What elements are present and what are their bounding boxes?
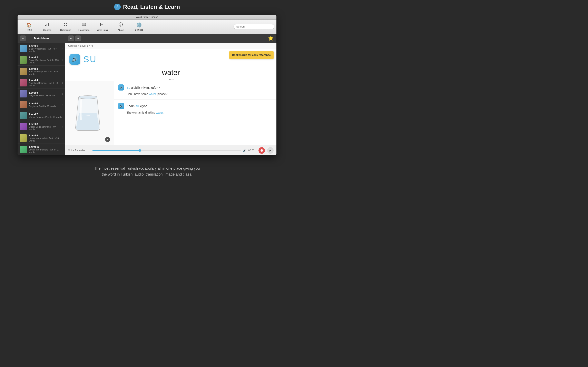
nav-buttons: ← → (68, 35, 81, 41)
toolbar-about[interactable]: ? About (112, 21, 130, 33)
home-icon: 🏠 (26, 22, 32, 28)
sidebar-item-level3[interactable]: Level 3 Absolute Beginner Part I • 89 wo… (17, 66, 65, 77)
bank-tooltip[interactable]: Bank words for easy reference (229, 51, 274, 59)
sidebar-item-level7[interactable]: Level 7 Upper Beginner Part I • 90 words… (17, 110, 65, 121)
sidebar-item-level1[interactable]: Level 1 Basic Vocabulary Part I • 87 wor… (17, 43, 65, 54)
svg-rect-1 (47, 24, 47, 26)
playback-bar[interactable] (93, 150, 241, 151)
next-button[interactable]: → (75, 35, 81, 41)
svg-rect-7 (82, 23, 86, 26)
sidebar: ← Main Menu Level 1 Basic Vocabulary Par… (17, 34, 65, 155)
level3-title: Level 3 (29, 67, 62, 70)
speaker-icon: 🔊 (120, 86, 123, 89)
examples-area: + 🔊 Su alabilir miyim, lütfen? (65, 81, 277, 145)
level1-thumb (20, 45, 27, 52)
flashcards-icon (82, 22, 86, 28)
recorder-label: Voice Recorder (68, 149, 86, 152)
back-button[interactable]: ← (20, 35, 26, 41)
level5-thumb (20, 90, 27, 98)
sidebar-item-level4[interactable]: Level 4 Absolute Beginner Part II • 82 w… (17, 77, 65, 89)
play-button[interactable]: ▶ (267, 147, 274, 154)
level2-title: Level 2 (29, 56, 62, 59)
record-dot (260, 149, 263, 152)
sentence-item-1: 🔊 Su alabilir miyim, lütfen? Can I have … (114, 81, 277, 100)
content-panel: ← → ⭐ Courses > Level 1 > All 🔊 SU Bank … (65, 34, 277, 155)
svg-point-5 (64, 25, 65, 26)
level9-title: Level 9 (29, 134, 62, 137)
about-icon: ? (118, 22, 123, 28)
svg-rect-0 (45, 25, 46, 26)
level9-thumb (20, 134, 27, 142)
window-title: Word Power Turkish (136, 16, 158, 18)
toolbar-flashcards[interactable]: Flashcards (75, 21, 93, 33)
home-label: Home (26, 29, 32, 31)
sentence1-speak-button[interactable]: 🔊 (118, 84, 124, 91)
categories-icon (63, 22, 68, 28)
playback-time: 00:00 (248, 149, 256, 152)
expand-image-button[interactable]: + (105, 137, 110, 142)
toolbar-categories[interactable]: Categories (56, 21, 75, 33)
sentence2-english: The woman is drinking water. (118, 111, 273, 115)
settings-icon: ⚙️ (136, 22, 142, 28)
prev-button[interactable]: ← (68, 35, 74, 41)
app-header: 2 Read, Listen & Learn (0, 0, 294, 13)
chevron-icon: › (62, 47, 63, 50)
chevron-icon: › (62, 136, 63, 140)
word-area: 🔊 SU Bank words for easy reference water… (65, 49, 277, 155)
svg-rect-9 (100, 23, 104, 26)
sidebar-item-level6[interactable]: Level 6 Beginner Part II • 99 words › (17, 99, 65, 110)
favorite-button[interactable]: ⭐ (268, 36, 274, 41)
wordbank-label: Word Bank (97, 29, 108, 31)
level6-thumb (20, 101, 27, 108)
level3-thumb (20, 68, 27, 75)
playback-handle[interactable] (139, 149, 141, 152)
sidebar-item-level10[interactable]: Level 10 Lower Intermediate Part II • 97… (17, 144, 65, 155)
chevron-icon: › (62, 70, 63, 73)
title-bar: Word Power Turkish (17, 15, 277, 20)
step-badge: 2 (114, 4, 121, 10)
app-window: Word Power Turkish 🏠 Home Courses Catego… (17, 15, 277, 155)
sidebar-item-level5[interactable]: Level 5 Beginner Part I • 96 words › (17, 89, 65, 99)
bottom-line1: The most essential Turkish vocabulary al… (0, 166, 294, 171)
sidebar-item-level8[interactable]: Level 8 Upper Beginner Part II • 97 word… (17, 121, 65, 132)
svg-text:?: ? (120, 23, 121, 26)
wordbank-icon (100, 22, 104, 28)
sentence1-turkish: Su alabilir miyim, lütfen? (127, 85, 160, 90)
level2-sub: Basic Vocabulary Part II • 100 words (29, 59, 62, 64)
toolbar-wordbank[interactable]: Word Bank (93, 21, 112, 33)
toolbar-home[interactable]: 🏠 Home (20, 21, 38, 33)
level5-title: Level 5 (29, 91, 62, 94)
courses-icon (45, 22, 49, 28)
level8-title: Level 8 (29, 123, 62, 125)
chevron-icon: › (62, 125, 63, 128)
toolbar-settings[interactable]: ⚙️ Settings (130, 21, 148, 33)
sidebar-title: Main Menu (34, 37, 49, 40)
breadcrumb: Courses > Level 1 > All (65, 43, 277, 49)
chevron-icon: › (62, 114, 63, 117)
about-label: About (118, 29, 124, 31)
courses-label: Courses (43, 29, 52, 31)
sound-wave-icon: 🔊 (243, 149, 246, 152)
playback-fill (93, 150, 140, 151)
bottom-description: The most essential Turkish vocabulary al… (0, 166, 294, 177)
level10-sub: Lower Intermediate Part II • 97 words (29, 149, 62, 153)
word-turkish: SU (83, 54, 97, 64)
level3-sub: Absolute Beginner Part I • 89 words (29, 70, 62, 75)
level10-thumb (20, 146, 27, 153)
level10-title: Level 10 (29, 145, 62, 149)
sentence2-turkish: Kadın su içiyor. (127, 104, 147, 108)
level9-sub: Lower Intermediate Part I • 98 words (29, 137, 62, 142)
level4-title: Level 4 (29, 79, 62, 82)
speak-button[interactable]: 🔊 (69, 54, 80, 65)
level5-sub: Beginner Part I • 96 words (29, 94, 62, 97)
toolbar-courses[interactable]: Courses (38, 21, 56, 33)
sidebar-item-level9[interactable]: Level 9 Lower Intermediate Part I • 98 w… (17, 132, 65, 144)
sidebar-item-level2[interactable]: Level 2 Basic Vocabulary Part II • 100 w… (17, 54, 65, 66)
content-nav-header: ← → ⭐ (65, 34, 277, 43)
image-panel: + (65, 81, 114, 145)
record-button[interactable] (259, 147, 265, 154)
sentence2-speak-button[interactable]: 🔊 (118, 103, 124, 109)
word-image (71, 93, 108, 133)
search-input[interactable] (233, 24, 274, 29)
chevron-icon: › (62, 81, 63, 84)
